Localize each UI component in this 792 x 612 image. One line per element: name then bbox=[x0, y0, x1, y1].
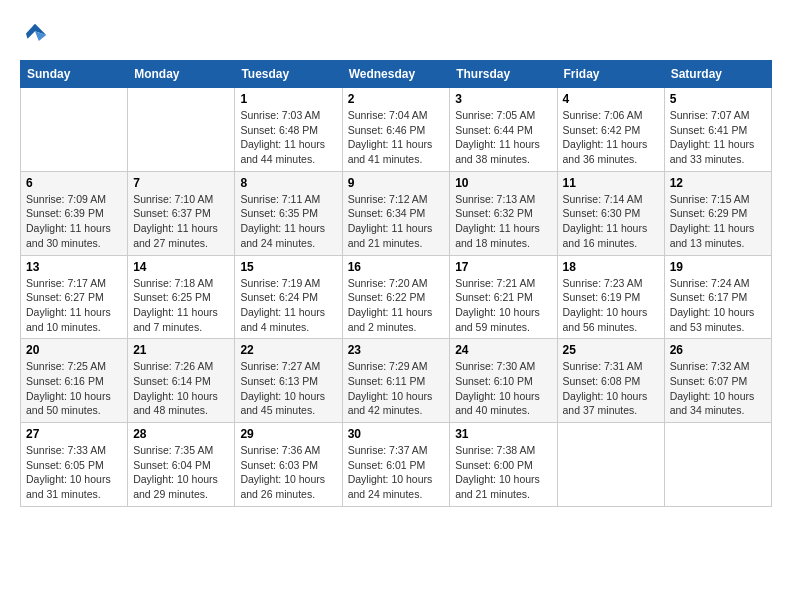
day-info: Sunrise: 7:18 AM Sunset: 6:25 PM Dayligh… bbox=[133, 276, 229, 335]
day-info: Sunrise: 7:24 AM Sunset: 6:17 PM Dayligh… bbox=[670, 276, 766, 335]
calendar-cell: 28Sunrise: 7:35 AM Sunset: 6:04 PM Dayli… bbox=[128, 423, 235, 507]
day-info: Sunrise: 7:04 AM Sunset: 6:46 PM Dayligh… bbox=[348, 108, 445, 167]
day-number: 7 bbox=[133, 176, 229, 190]
day-number: 2 bbox=[348, 92, 445, 106]
day-number: 10 bbox=[455, 176, 551, 190]
calendar-cell: 27Sunrise: 7:33 AM Sunset: 6:05 PM Dayli… bbox=[21, 423, 128, 507]
logo-icon bbox=[20, 20, 50, 50]
weekday-header: Sunday bbox=[21, 61, 128, 88]
day-number: 16 bbox=[348, 260, 445, 274]
day-info: Sunrise: 7:15 AM Sunset: 6:29 PM Dayligh… bbox=[670, 192, 766, 251]
day-number: 3 bbox=[455, 92, 551, 106]
calendar-cell bbox=[557, 423, 664, 507]
calendar-cell: 19Sunrise: 7:24 AM Sunset: 6:17 PM Dayli… bbox=[664, 255, 771, 339]
calendar-cell: 6Sunrise: 7:09 AM Sunset: 6:39 PM Daylig… bbox=[21, 171, 128, 255]
calendar-header-row: SundayMondayTuesdayWednesdayThursdayFrid… bbox=[21, 61, 772, 88]
calendar-cell: 9Sunrise: 7:12 AM Sunset: 6:34 PM Daylig… bbox=[342, 171, 450, 255]
day-info: Sunrise: 7:19 AM Sunset: 6:24 PM Dayligh… bbox=[240, 276, 336, 335]
calendar-cell bbox=[21, 88, 128, 172]
day-number: 6 bbox=[26, 176, 122, 190]
day-number: 28 bbox=[133, 427, 229, 441]
day-number: 19 bbox=[670, 260, 766, 274]
day-info: Sunrise: 7:23 AM Sunset: 6:19 PM Dayligh… bbox=[563, 276, 659, 335]
calendar-cell: 31Sunrise: 7:38 AM Sunset: 6:00 PM Dayli… bbox=[450, 423, 557, 507]
day-info: Sunrise: 7:09 AM Sunset: 6:39 PM Dayligh… bbox=[26, 192, 122, 251]
day-number: 9 bbox=[348, 176, 445, 190]
calendar-cell: 22Sunrise: 7:27 AM Sunset: 6:13 PM Dayli… bbox=[235, 339, 342, 423]
calendar-cell bbox=[128, 88, 235, 172]
day-number: 20 bbox=[26, 343, 122, 357]
day-number: 26 bbox=[670, 343, 766, 357]
calendar-cell: 10Sunrise: 7:13 AM Sunset: 6:32 PM Dayli… bbox=[450, 171, 557, 255]
day-number: 17 bbox=[455, 260, 551, 274]
day-info: Sunrise: 7:35 AM Sunset: 6:04 PM Dayligh… bbox=[133, 443, 229, 502]
calendar-cell bbox=[664, 423, 771, 507]
day-number: 24 bbox=[455, 343, 551, 357]
day-info: Sunrise: 7:07 AM Sunset: 6:41 PM Dayligh… bbox=[670, 108, 766, 167]
day-number: 31 bbox=[455, 427, 551, 441]
day-info: Sunrise: 7:13 AM Sunset: 6:32 PM Dayligh… bbox=[455, 192, 551, 251]
calendar-cell: 8Sunrise: 7:11 AM Sunset: 6:35 PM Daylig… bbox=[235, 171, 342, 255]
day-info: Sunrise: 7:10 AM Sunset: 6:37 PM Dayligh… bbox=[133, 192, 229, 251]
calendar-cell: 15Sunrise: 7:19 AM Sunset: 6:24 PM Dayli… bbox=[235, 255, 342, 339]
day-info: Sunrise: 7:26 AM Sunset: 6:14 PM Dayligh… bbox=[133, 359, 229, 418]
day-info: Sunrise: 7:06 AM Sunset: 6:42 PM Dayligh… bbox=[563, 108, 659, 167]
calendar-cell: 5Sunrise: 7:07 AM Sunset: 6:41 PM Daylig… bbox=[664, 88, 771, 172]
day-number: 1 bbox=[240, 92, 336, 106]
calendar-table: SundayMondayTuesdayWednesdayThursdayFrid… bbox=[20, 60, 772, 507]
calendar-cell: 16Sunrise: 7:20 AM Sunset: 6:22 PM Dayli… bbox=[342, 255, 450, 339]
weekday-header: Monday bbox=[128, 61, 235, 88]
weekday-header: Saturday bbox=[664, 61, 771, 88]
calendar-cell: 29Sunrise: 7:36 AM Sunset: 6:03 PM Dayli… bbox=[235, 423, 342, 507]
day-info: Sunrise: 7:20 AM Sunset: 6:22 PM Dayligh… bbox=[348, 276, 445, 335]
calendar-cell: 1Sunrise: 7:03 AM Sunset: 6:48 PM Daylig… bbox=[235, 88, 342, 172]
calendar-cell: 21Sunrise: 7:26 AM Sunset: 6:14 PM Dayli… bbox=[128, 339, 235, 423]
calendar-cell: 25Sunrise: 7:31 AM Sunset: 6:08 PM Dayli… bbox=[557, 339, 664, 423]
calendar-cell: 18Sunrise: 7:23 AM Sunset: 6:19 PM Dayli… bbox=[557, 255, 664, 339]
weekday-header: Wednesday bbox=[342, 61, 450, 88]
calendar-cell: 3Sunrise: 7:05 AM Sunset: 6:44 PM Daylig… bbox=[450, 88, 557, 172]
day-number: 12 bbox=[670, 176, 766, 190]
day-number: 27 bbox=[26, 427, 122, 441]
day-number: 30 bbox=[348, 427, 445, 441]
calendar-cell: 26Sunrise: 7:32 AM Sunset: 6:07 PM Dayli… bbox=[664, 339, 771, 423]
day-info: Sunrise: 7:25 AM Sunset: 6:16 PM Dayligh… bbox=[26, 359, 122, 418]
day-number: 22 bbox=[240, 343, 336, 357]
calendar-cell: 12Sunrise: 7:15 AM Sunset: 6:29 PM Dayli… bbox=[664, 171, 771, 255]
day-number: 8 bbox=[240, 176, 336, 190]
logo bbox=[20, 20, 54, 50]
day-info: Sunrise: 7:11 AM Sunset: 6:35 PM Dayligh… bbox=[240, 192, 336, 251]
day-number: 11 bbox=[563, 176, 659, 190]
day-info: Sunrise: 7:38 AM Sunset: 6:00 PM Dayligh… bbox=[455, 443, 551, 502]
day-info: Sunrise: 7:05 AM Sunset: 6:44 PM Dayligh… bbox=[455, 108, 551, 167]
day-info: Sunrise: 7:37 AM Sunset: 6:01 PM Dayligh… bbox=[348, 443, 445, 502]
day-number: 25 bbox=[563, 343, 659, 357]
calendar-week-row: 27Sunrise: 7:33 AM Sunset: 6:05 PM Dayli… bbox=[21, 423, 772, 507]
calendar-cell: 2Sunrise: 7:04 AM Sunset: 6:46 PM Daylig… bbox=[342, 88, 450, 172]
day-number: 15 bbox=[240, 260, 336, 274]
day-number: 14 bbox=[133, 260, 229, 274]
day-number: 4 bbox=[563, 92, 659, 106]
day-number: 5 bbox=[670, 92, 766, 106]
day-number: 13 bbox=[26, 260, 122, 274]
calendar-cell: 13Sunrise: 7:17 AM Sunset: 6:27 PM Dayli… bbox=[21, 255, 128, 339]
weekday-header: Friday bbox=[557, 61, 664, 88]
day-info: Sunrise: 7:36 AM Sunset: 6:03 PM Dayligh… bbox=[240, 443, 336, 502]
day-info: Sunrise: 7:27 AM Sunset: 6:13 PM Dayligh… bbox=[240, 359, 336, 418]
day-number: 29 bbox=[240, 427, 336, 441]
day-number: 23 bbox=[348, 343, 445, 357]
day-info: Sunrise: 7:17 AM Sunset: 6:27 PM Dayligh… bbox=[26, 276, 122, 335]
page-header bbox=[20, 20, 772, 50]
day-info: Sunrise: 7:29 AM Sunset: 6:11 PM Dayligh… bbox=[348, 359, 445, 418]
weekday-header: Tuesday bbox=[235, 61, 342, 88]
day-info: Sunrise: 7:30 AM Sunset: 6:10 PM Dayligh… bbox=[455, 359, 551, 418]
calendar-cell: 30Sunrise: 7:37 AM Sunset: 6:01 PM Dayli… bbox=[342, 423, 450, 507]
calendar-week-row: 1Sunrise: 7:03 AM Sunset: 6:48 PM Daylig… bbox=[21, 88, 772, 172]
calendar-cell: 4Sunrise: 7:06 AM Sunset: 6:42 PM Daylig… bbox=[557, 88, 664, 172]
day-info: Sunrise: 7:31 AM Sunset: 6:08 PM Dayligh… bbox=[563, 359, 659, 418]
calendar-cell: 14Sunrise: 7:18 AM Sunset: 6:25 PM Dayli… bbox=[128, 255, 235, 339]
day-info: Sunrise: 7:03 AM Sunset: 6:48 PM Dayligh… bbox=[240, 108, 336, 167]
calendar-week-row: 6Sunrise: 7:09 AM Sunset: 6:39 PM Daylig… bbox=[21, 171, 772, 255]
weekday-header: Thursday bbox=[450, 61, 557, 88]
day-info: Sunrise: 7:33 AM Sunset: 6:05 PM Dayligh… bbox=[26, 443, 122, 502]
